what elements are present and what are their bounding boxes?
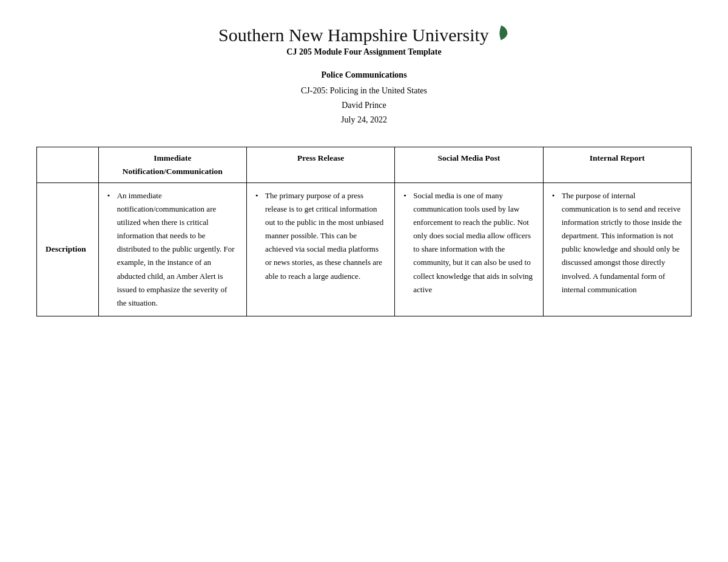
document-title: Police Communications [36, 70, 692, 80]
content-table-container: Immediate Notification/Communication Pre… [36, 147, 692, 316]
cell-press-description: The primary purpose of a press release i… [247, 183, 395, 316]
cell-internal-description: The purpose of internal communication is… [543, 183, 691, 316]
row-label-description: Description [37, 183, 99, 316]
social-list: Social media is one of many communicatio… [403, 189, 534, 296]
submission-date: July 24, 2022 [36, 115, 692, 125]
immediate-header-sub: Notification/Communication [107, 167, 238, 176]
press-list: The primary purpose of a press release i… [255, 189, 386, 283]
communications-table: Immediate Notification/Communication Pre… [36, 147, 692, 316]
assignment-label: CJ 205 Module Four Assignment Template [286, 47, 441, 57]
internal-list-item: The purpose of internal communication is… [552, 189, 682, 296]
internal-list: The purpose of internal communication is… [552, 189, 682, 296]
university-name: Southern New Hampshire University [218, 25, 489, 45]
table-row-description: Description An immediate notification/co… [37, 183, 692, 316]
document-header: Southern New Hampshire University CJ 205… [36, 24, 692, 125]
immediate-header-main: Immediate [107, 153, 238, 163]
cell-social-description: Social media is one of many communicatio… [395, 183, 543, 316]
university-logo: Southern New Hampshire University [218, 24, 510, 46]
press-list-item: The primary purpose of a press release i… [255, 189, 386, 283]
immediate-list: An immediate notification/communication … [107, 189, 238, 310]
col-social-header: Social Media Post [395, 147, 543, 183]
author-name: David Prince [36, 101, 692, 110]
col-empty-header [37, 147, 99, 183]
col-immediate-header: Immediate Notification/Communication [98, 147, 246, 183]
logo-area: Southern New Hampshire University CJ 205… [36, 24, 692, 57]
col-internal-header: Internal Report [543, 147, 691, 183]
course-name: CJ-205: Policing in the United States [36, 86, 692, 96]
table-header-row: Immediate Notification/Communication Pre… [37, 147, 692, 183]
page: Southern New Hampshire University CJ 205… [0, 0, 728, 562]
leaf-icon [493, 24, 510, 41]
col-press-header: Press Release [247, 147, 395, 183]
immediate-list-item: An immediate notification/communication … [107, 189, 238, 310]
cell-immediate-description: An immediate notification/communication … [98, 183, 246, 316]
social-list-item: Social media is one of many communicatio… [403, 189, 534, 296]
